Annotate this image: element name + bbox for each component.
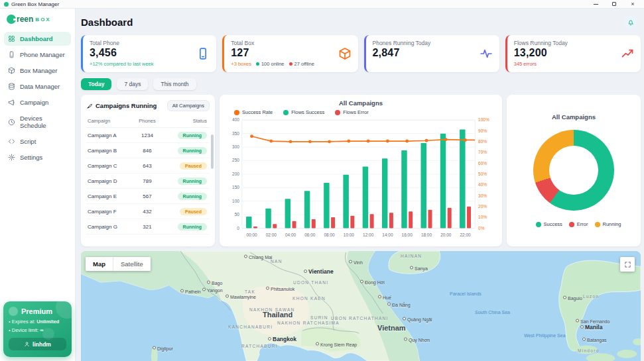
- donut-panel: All Campaigns SuccessErrorRunning: [507, 95, 641, 246]
- main-content: Dashboard Total Phone3,456+12% compared …: [76, 9, 644, 361]
- campaign-phones: 846: [133, 143, 162, 158]
- map-fullscreen-button[interactable]: [620, 257, 635, 272]
- window-title: Green Box Manager: [11, 1, 592, 7]
- stat-value: 3,456: [90, 47, 210, 59]
- table-row[interactable]: Campaign A1234Running: [86, 128, 210, 143]
- donut-title: All Campaigns: [552, 113, 596, 121]
- sidebar-item-box-manager[interactable]: Box Manager: [4, 64, 71, 77]
- table-row[interactable]: Campaign F432Paused: [86, 204, 210, 219]
- campaign-name: Campaign A: [86, 128, 133, 143]
- sidebar-item-label: Campaign: [20, 99, 48, 106]
- premium-title: Premium: [21, 307, 52, 315]
- chart-legend: Success RateFlows SuccessFlows Error: [234, 109, 497, 115]
- stat-sub-text: 100 online: [261, 61, 285, 67]
- stat-sub-text: +3 boxes: [231, 61, 251, 67]
- svg-text:08:00: 08:00: [324, 232, 335, 237]
- map-type-satellite-button[interactable]: Satellite: [113, 257, 151, 271]
- legend-dot: [595, 222, 600, 227]
- stat-sub-item: 100 online: [256, 61, 285, 67]
- legend-dot: [335, 110, 340, 115]
- sidebar-item-campaign[interactable]: Campaign: [4, 95, 71, 109]
- campaign-status-cell: Running: [161, 189, 210, 204]
- dashboard-icon: [8, 35, 15, 42]
- svg-text:12:00: 12:00: [363, 232, 373, 237]
- svg-text:16:00: 16:00: [402, 232, 413, 237]
- svg-text:80%: 80%: [478, 139, 487, 144]
- sidebar-item-devices-schedule[interactable]: Devices Schedule: [4, 111, 71, 132]
- table-scrollbar[interactable]: [211, 134, 214, 169]
- stat-label: Total Box: [231, 40, 351, 46]
- user-icon: [24, 341, 30, 347]
- svg-text:04:00: 04:00: [285, 232, 296, 237]
- stat-sub-item: +3 boxes: [231, 61, 251, 67]
- legend-item-flows-error: Flows Error: [335, 109, 368, 115]
- all-campaigns-button[interactable]: All Campaigns: [167, 100, 210, 111]
- brand-g-icon: [7, 15, 16, 24]
- status-badge: Paused: [180, 162, 207, 170]
- crown-icon: [9, 307, 18, 316]
- sidebar: reen BOX DashboardPhone ManagerBox Manag…: [0, 9, 76, 361]
- svg-text:00:00: 00:00: [246, 232, 257, 237]
- table-row[interactable]: Campaign C643Paused: [86, 158, 210, 174]
- premium-account-button[interactable]: linhdm: [9, 338, 66, 350]
- stat-sub-item: 27 offline: [289, 61, 314, 67]
- stat-card-4: Flows Running Today13,200345 errors: [505, 35, 641, 72]
- campaign-phones: 321: [133, 219, 162, 234]
- column-header: Phones: [133, 116, 162, 128]
- map-canvas[interactable]: Map Satellite HAINANSanyaVinhĐồng HớiHuế…: [81, 251, 641, 361]
- sidebar-item-label: Dashboard: [20, 35, 53, 42]
- date-filter-tabs: Today7 daysThis month: [81, 78, 641, 90]
- campaign-name: Campaign F: [86, 204, 133, 219]
- campaign-name: Campaign C: [86, 158, 133, 174]
- sidebar-item-phone-manager[interactable]: Phone Manager: [4, 48, 71, 62]
- svg-text:350: 350: [232, 131, 239, 136]
- filter-tab-7-days[interactable]: 7 days: [117, 78, 148, 90]
- stat-card-1: Total Phone3,456+12% compared to last we…: [81, 35, 216, 72]
- campaign-status-cell: Paused: [161, 204, 210, 219]
- map-type-map-button[interactable]: Map: [86, 257, 113, 271]
- brand-name: reen: [17, 15, 33, 24]
- phone-icon: [8, 51, 15, 58]
- campaign-name: Campaign D: [86, 174, 133, 189]
- campaign-name: Campaign E: [86, 189, 133, 204]
- notifications-button[interactable]: [623, 15, 638, 30]
- svg-text:0%: 0%: [478, 225, 484, 230]
- minimize-button[interactable]: [592, 1, 599, 7]
- legend-dot: [536, 222, 541, 227]
- filter-tab-today[interactable]: Today: [81, 78, 111, 90]
- sidebar-item-dashboard[interactable]: Dashboard: [4, 32, 71, 46]
- stat-subtext: 345 errors: [514, 61, 634, 67]
- fullscreen-icon: [624, 261, 631, 268]
- svg-text:90%: 90%: [478, 129, 487, 133]
- status-badge: Paused: [180, 208, 207, 215]
- campaign-phones: 1234: [133, 128, 162, 143]
- table-row[interactable]: Campaign E567Running: [86, 189, 210, 204]
- svg-text:100%: 100%: [478, 117, 489, 122]
- premium-device-limit: • Device limit: ∞: [9, 327, 66, 333]
- table-row[interactable]: Campaign D789Running: [86, 174, 210, 189]
- svg-text:02:00: 02:00: [266, 232, 277, 237]
- table-row[interactable]: Campaign B846Running: [86, 143, 210, 158]
- sidebar-item-script[interactable]: Script: [4, 134, 71, 148]
- maximize-button[interactable]: [611, 1, 617, 7]
- stat-label: Total Phone: [90, 40, 210, 46]
- svg-text:10%: 10%: [478, 215, 487, 219]
- close-button[interactable]: ×: [629, 1, 636, 7]
- svg-text:300: 300: [232, 144, 239, 149]
- combo-chart: 0501001502002503003504000%10%20%30%40%50…: [225, 115, 497, 240]
- legend-label: Running: [603, 221, 621, 227]
- legend-label: Error: [577, 221, 588, 227]
- legend-dot: [283, 110, 289, 115]
- table-row[interactable]: Campaign G321Running: [86, 219, 210, 234]
- svg-text:14:00: 14:00: [382, 232, 393, 237]
- stat-sub-text: +12% compared to last week: [90, 61, 154, 67]
- filter-tab-this-month[interactable]: This month: [153, 78, 196, 90]
- code-icon: [8, 138, 15, 145]
- sidebar-item-label: Settings: [20, 154, 42, 161]
- stat-label: Flows Running Today: [514, 40, 634, 46]
- sidebar-collapse-icon[interactable]: [61, 15, 70, 24]
- status-badge: Running: [178, 147, 207, 154]
- sidebar-item-data-manager[interactable]: Data Manager: [4, 79, 71, 93]
- sidebar-item-label: Box Manager: [20, 67, 58, 74]
- sidebar-item-settings[interactable]: Settings: [4, 150, 71, 164]
